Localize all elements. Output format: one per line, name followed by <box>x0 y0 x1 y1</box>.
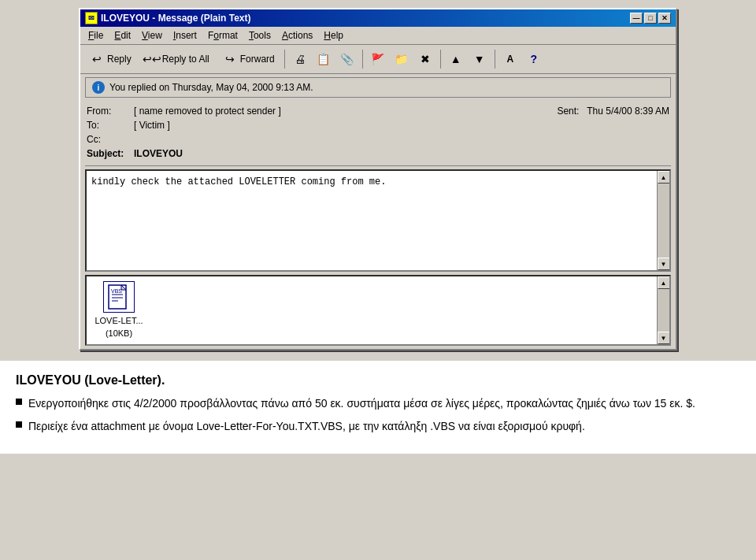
from-value: [ name removed to protect sender ] <box>134 106 557 117</box>
forward-icon: ↪ <box>222 51 238 67</box>
bottom-section: ILOVEYOU (Love-Letter). Ενεργοποιήθηκε σ… <box>0 358 756 454</box>
toolbar-sep-1 <box>284 50 285 69</box>
font-button[interactable]: A <box>499 48 521 70</box>
copy-button[interactable]: 📋 <box>313 48 335 70</box>
subject-label: Subject: <box>87 148 134 159</box>
header-cc-row: Cc: <box>87 132 669 146</box>
header-from-row: From: [ name removed to protect sender ]… <box>87 104 669 118</box>
reply-notice-text: You replied on Thursday, May 04, 2000 9:… <box>109 82 313 93</box>
toolbar-sep-2 <box>362 50 363 69</box>
folder-button[interactable]: 📁 <box>391 48 413 70</box>
attachment-file-icon: VBS <box>103 281 135 313</box>
menu-help[interactable]: Help <box>319 28 348 43</box>
to-value: [ Victim ] <box>134 120 669 131</box>
email-window: ✉ ILOVEYOU - Message (Plain Text) — □ ✕ … <box>79 8 677 350</box>
sent-label: Sent: <box>557 106 579 117</box>
title-bar-left: ✉ ILOVEYOU - Message (Plain Text) <box>85 12 251 24</box>
email-body-text: kindly check the attached LOVELETTER com… <box>91 176 386 187</box>
help-button[interactable]: ? <box>523 48 545 70</box>
toolbar-sep-4 <box>495 50 495 69</box>
email-body-wrapper: kindly check the attached LOVELETTER com… <box>85 169 671 272</box>
bottom-title: ILOVEYOU (Love-Letter). <box>16 373 740 388</box>
body-scrollbar[interactable]: ▲ ▼ <box>657 171 669 270</box>
scroll-up-btn[interactable]: ▲ <box>658 171 670 184</box>
reply-icon: ↩ <box>89 51 105 67</box>
reply-all-icon: ↩↩ <box>144 51 160 67</box>
email-body: kindly check the attached LOVELETTER com… <box>87 171 669 194</box>
email-window-icon: ✉ <box>85 12 98 24</box>
bullet-marker-1 <box>16 399 22 405</box>
forward-button[interactable]: ↪ Forward <box>217 47 280 71</box>
menu-view[interactable]: View <box>137 28 167 43</box>
title-bar-buttons: — □ ✕ <box>630 13 671 24</box>
forward-label: Forward <box>240 54 275 65</box>
bullet-marker-2 <box>16 421 22 428</box>
flag-button[interactable]: 🚩 <box>367 48 389 70</box>
bullet-text-1: Ενεργοποιήθηκε στις 4/2/2000 προσβάλλοντ… <box>28 395 740 412</box>
attach-scroll-track <box>658 289 669 332</box>
attachment-filesize: (10KB) <box>106 328 132 338</box>
attachment-filename: LOVE-LET... <box>94 316 143 325</box>
header-divider <box>85 165 671 166</box>
from-label: From: <box>87 106 134 117</box>
reply-all-label: Reply to All <box>162 54 209 65</box>
scroll-down-btn[interactable]: ▼ <box>658 258 670 270</box>
bullet-item-2: Περιείχε ένα attachment με όνομα Love-Le… <box>16 418 740 435</box>
window-title: ILOVEYOU - Message (Plain Text) <box>101 13 251 24</box>
attach-scroll-down[interactable]: ▼ <box>658 332 670 344</box>
attachment-area: VBS LOVE-LET... (10KB) ▲ ▼ <box>85 275 671 346</box>
email-header: From: [ name removed to protect sender ]… <box>80 101 676 164</box>
minimize-button[interactable]: — <box>630 13 643 24</box>
page-wrapper: ✉ ILOVEYOU - Message (Plain Text) — □ ✕ … <box>0 0 756 560</box>
subject-value: ILOVEYOU <box>134 148 669 159</box>
reply-notice: i You replied on Thursday, May 04, 2000 … <box>85 77 671 98</box>
sent-value: Sent: Thu 5/4/00 8:39 AM <box>557 106 669 117</box>
print-button[interactable]: 🖨 <box>289 48 311 70</box>
bullet-text-2: Περιείχε ένα attachment με όνομα Love-Le… <box>28 418 740 435</box>
menu-edit[interactable]: Edit <box>109 28 135 43</box>
menu-tools[interactable]: Tools <box>244 28 276 43</box>
header-to-row: To: [ Victim ] <box>87 118 669 132</box>
header-subject-row: Subject: ILOVEYOU <box>87 146 669 161</box>
sent-date: Thu 5/4/00 8:39 AM <box>587 106 669 117</box>
reply-label: Reply <box>107 54 132 65</box>
maximize-button[interactable]: □ <box>644 13 657 24</box>
menu-file[interactable]: File <box>83 28 108 43</box>
to-label: To: <box>87 120 134 131</box>
info-icon: i <box>92 81 105 94</box>
attach-scroll-up[interactable]: ▲ <box>658 276 670 289</box>
prev-button[interactable]: ▲ <box>445 48 467 70</box>
menu-format[interactable]: Format <box>203 28 243 43</box>
toolbar: ↩ Reply ↩↩ Reply to All ↪ Forward 🖨 📋 📎 … <box>80 45 676 74</box>
cc-label: Cc: <box>87 134 134 145</box>
menu-insert[interactable]: Insert <box>169 28 202 43</box>
delete-button[interactable]: ✖ <box>414 48 436 70</box>
close-button[interactable]: ✕ <box>658 13 671 24</box>
title-bar: ✉ ILOVEYOU - Message (Plain Text) — □ ✕ <box>80 9 676 27</box>
svg-text:VBS: VBS <box>111 288 122 294</box>
reply-button[interactable]: ↩ Reply <box>83 47 137 71</box>
toolbar-sep-3 <box>440 50 441 69</box>
menu-bar: File Edit View Insert Format Tools Actio… <box>80 27 676 45</box>
next-button[interactable]: ▼ <box>469 48 491 70</box>
menu-actions[interactable]: Actions <box>277 28 317 43</box>
attachment-item[interactable]: VBS LOVE-LET... (10KB) <box>91 281 146 338</box>
scroll-track <box>658 184 669 258</box>
attachment-button[interactable]: 📎 <box>336 48 358 70</box>
bullet-item-1: Ενεργοποιήθηκε στις 4/2/2000 προσβάλλοντ… <box>16 395 740 412</box>
reply-all-button[interactable]: ↩↩ Reply to All <box>139 47 215 71</box>
attach-scrollbar[interactable]: ▲ ▼ <box>657 276 669 344</box>
